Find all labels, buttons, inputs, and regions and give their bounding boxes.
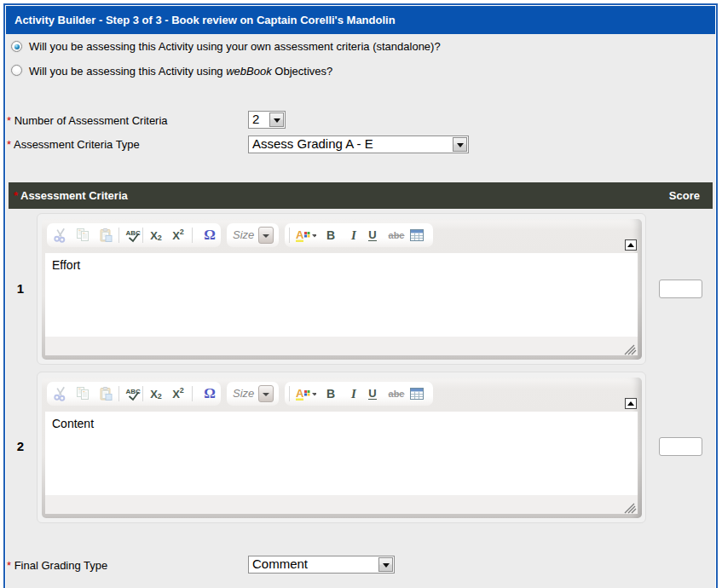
svg-text:ABC: ABC — [125, 387, 141, 395]
svg-text:A: A — [296, 228, 304, 241]
svg-text:ABC: ABC — [125, 228, 141, 236]
svg-text:A: A — [296, 387, 304, 400]
